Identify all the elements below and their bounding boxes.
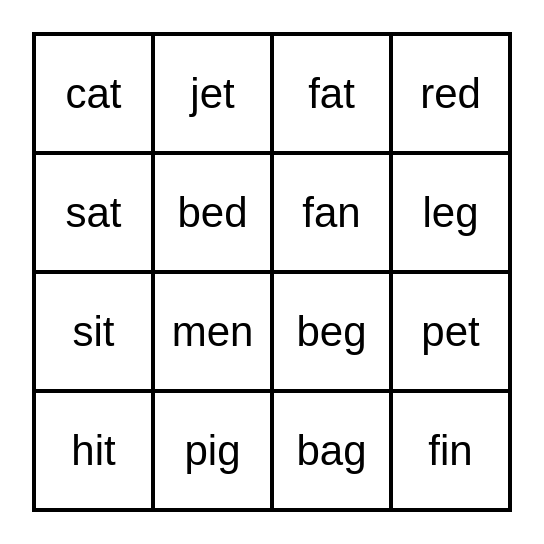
grid-cell-r3c2: bag — [272, 391, 391, 510]
grid-cell-r3c1: pig — [153, 391, 272, 510]
grid-cell-r3c0: hit — [34, 391, 153, 510]
grid-cell-r0c2: fat — [272, 34, 391, 153]
grid-cell-r2c3: pet — [391, 272, 510, 391]
grid-cell-r0c3: red — [391, 34, 510, 153]
grid-cell-r1c3: leg — [391, 153, 510, 272]
grid-cell-r3c3: fin — [391, 391, 510, 510]
grid-cell-r2c2: beg — [272, 272, 391, 391]
grid-cell-r0c1: jet — [153, 34, 272, 153]
grid-cell-r2c0: sit — [34, 272, 153, 391]
grid-cell-r1c0: sat — [34, 153, 153, 272]
grid-cell-r1c1: bed — [153, 153, 272, 272]
grid-cell-r0c0: cat — [34, 34, 153, 153]
grid-cell-r2c1: men — [153, 272, 272, 391]
word-grid: catjetfatredsatbedfanlegsitmenbegpethitp… — [32, 32, 512, 512]
grid-cell-r1c2: fan — [272, 153, 391, 272]
